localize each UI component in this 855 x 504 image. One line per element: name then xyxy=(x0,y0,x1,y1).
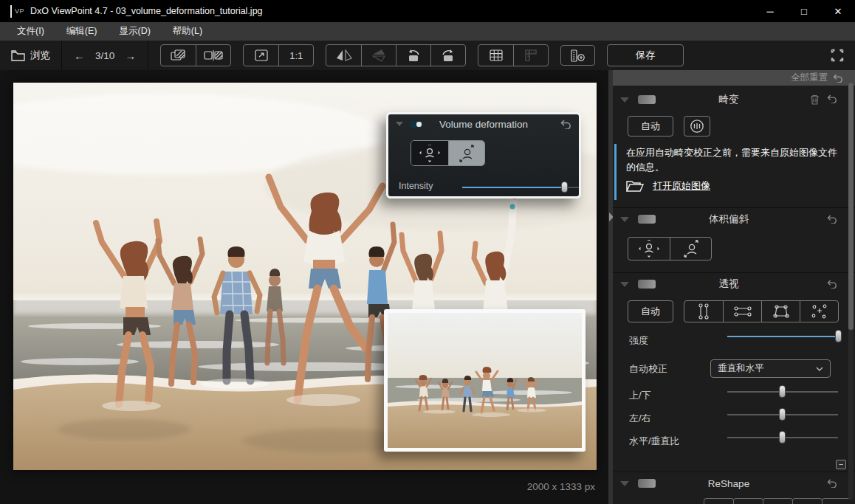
collapse-icon[interactable] xyxy=(620,97,629,103)
image-navigator: ← 3/10 → xyxy=(62,41,148,70)
flip-vertical-button[interactable] xyxy=(361,45,396,66)
toolbar: 浏览 ← 3/10 → xyxy=(0,41,855,70)
panel-divider-line xyxy=(613,272,855,273)
auto-correct-select[interactable]: 垂直和水平 xyxy=(710,359,831,378)
volume-panel-header: 体积偏斜 xyxy=(613,210,845,228)
lens-profile-button[interactable] xyxy=(684,116,710,137)
person-diagonal-icon xyxy=(457,145,476,162)
next-image-button[interactable]: → xyxy=(125,49,136,62)
maximize-button[interactable]: □ xyxy=(787,0,821,22)
rotate-left-button[interactable] xyxy=(396,45,430,66)
open-original-link[interactable]: 打开原始图像 xyxy=(653,179,710,193)
undo-icon[interactable] xyxy=(827,280,837,289)
menu-edit[interactable]: 编辑(E) xyxy=(55,22,109,41)
undo-icon[interactable] xyxy=(827,479,837,488)
collapse-icon[interactable] xyxy=(620,282,629,287)
compare-overlay-button[interactable] xyxy=(161,45,196,66)
volume-diagonal-button[interactable] xyxy=(670,238,711,260)
menu-file[interactable]: 文件(I) xyxy=(6,22,55,41)
close-button[interactable]: ✕ xyxy=(821,0,855,22)
fit-screen-button[interactable] xyxy=(244,45,278,66)
flip-horizontal-button[interactable] xyxy=(326,45,361,66)
minimize-button[interactable]: ─ xyxy=(753,0,787,22)
strength-slider-thumb[interactable] xyxy=(835,330,842,342)
volume-mode-spherical-button[interactable] xyxy=(411,141,448,165)
distortion-auto-button[interactable]: 自动 xyxy=(628,116,673,137)
reshape-tool-button[interactable] xyxy=(704,498,734,504)
info-accent-bar xyxy=(614,144,617,200)
collapse-icon[interactable] xyxy=(620,481,629,486)
free-points-button[interactable] xyxy=(800,301,838,322)
menu-view[interactable]: 显示(D) xyxy=(108,22,161,41)
open-original-row[interactable]: 打开原始图像 xyxy=(626,179,710,193)
scrollbar-thumb[interactable] xyxy=(848,83,854,330)
menu-help[interactable]: 帮助(L) xyxy=(162,22,213,41)
grid-icon xyxy=(490,49,503,61)
image-dimensions: 2000 x 1333 px xyxy=(527,481,595,492)
panel-divider-line xyxy=(613,472,855,472)
quad-corners-icon xyxy=(772,304,790,319)
perspective-auto-button[interactable]: 自动 xyxy=(628,300,673,322)
save-button[interactable]: 保存 xyxy=(607,44,684,66)
compare-group xyxy=(160,44,231,66)
fullscreen-button[interactable] xyxy=(828,46,846,64)
zoom-actual-button[interactable]: 1:1 xyxy=(278,45,313,66)
folder-icon xyxy=(11,50,25,61)
up-down-slider-thumb[interactable] xyxy=(779,385,786,398)
reshape-tool-button[interactable] xyxy=(822,498,851,504)
titlebar: VP DxO ViewPoint 4.7 - 03_volume_deforma… xyxy=(0,0,855,22)
compare-overlay-icon xyxy=(171,49,187,61)
browse-label: 浏览 xyxy=(30,49,50,62)
volume-toggle[interactable] xyxy=(638,215,656,224)
undo-icon[interactable] xyxy=(560,120,571,129)
reshape-tool-button[interactable] xyxy=(763,498,793,504)
left-right-slider-thumb[interactable] xyxy=(779,408,786,421)
up-down-slider[interactable] xyxy=(727,385,838,398)
toolbar-separator xyxy=(148,41,148,70)
reshape-toggle[interactable] xyxy=(638,479,656,488)
ruler-add-icon xyxy=(571,49,586,62)
fullscreen-icon xyxy=(831,49,844,62)
up-down-label: 上/下 xyxy=(629,389,651,402)
split-view-button[interactable] xyxy=(196,45,230,66)
reshape-tool-button[interactable] xyxy=(792,498,823,504)
logo-bar xyxy=(10,5,12,18)
sidebar-scrollbar[interactable] xyxy=(848,83,854,500)
window-title: DxO ViewPoint 4.7 - 03_volume_deformatio… xyxy=(30,6,263,16)
app-window: VP DxO ViewPoint 4.7 - 03_volume_deforma… xyxy=(0,0,855,504)
reshape-tool-button[interactable] xyxy=(733,498,763,504)
logo-text: VP xyxy=(15,7,24,15)
undo-icon[interactable] xyxy=(827,94,837,103)
collapse-panel-button[interactable]: − xyxy=(836,460,846,469)
prev-image-button[interactable]: ← xyxy=(74,49,85,62)
force-horizontal-button[interactable] xyxy=(723,301,761,322)
ruler-button[interactable] xyxy=(513,45,548,66)
strength-slider[interactable] xyxy=(727,330,842,343)
volume-spherical-button[interactable] xyxy=(628,238,670,260)
rotate-right-button[interactable] xyxy=(430,45,465,66)
left-right-slider[interactable] xyxy=(727,408,838,421)
ruler-add-button[interactable] xyxy=(560,45,595,66)
strength-slider-fill xyxy=(727,336,838,337)
browse-button[interactable]: 浏览 xyxy=(0,41,61,70)
reset-all-bar[interactable]: 全部重置 xyxy=(613,70,855,86)
undo-icon[interactable] xyxy=(827,215,837,224)
distortion-info-text: 在应用自动畸变校正之前，需要来自原始图像文件的信息。 xyxy=(626,145,840,175)
hv-ratio-slider-thumb[interactable] xyxy=(779,431,786,443)
nav-position: 3/10 xyxy=(95,50,114,61)
perspective-tools-group xyxy=(684,300,839,322)
volume-mode-diagonal-button[interactable] xyxy=(448,141,485,165)
distortion-auto-label: 自动 xyxy=(641,120,660,133)
grid-button[interactable] xyxy=(478,45,513,66)
panel-divider-line xyxy=(613,207,855,208)
intensity-slider[interactable]: 150 xyxy=(462,187,579,188)
perspective-toggle[interactable] xyxy=(638,280,656,289)
intensity-slider-thumb[interactable] xyxy=(561,182,568,193)
trash-icon[interactable] xyxy=(810,94,820,105)
force-rectangle-button[interactable] xyxy=(761,301,800,322)
force-vertical-button[interactable] xyxy=(684,301,723,322)
distortion-toggle[interactable] xyxy=(638,95,656,104)
hv-ratio-slider[interactable] xyxy=(727,431,838,444)
collapse-icon[interactable] xyxy=(620,217,629,222)
person-diagonal-icon xyxy=(681,240,701,258)
